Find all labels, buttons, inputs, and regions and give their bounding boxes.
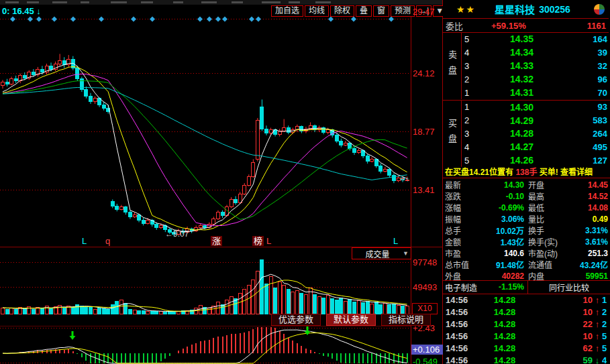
stat-label: 涨幅 [443, 202, 478, 213]
order-price: 14.30 [478, 102, 566, 113]
param-button-0[interactable]: 优选参数 [271, 314, 321, 326]
quote-panel-header: ★★ 星星科技 300256 [443, 0, 610, 18]
buy-order-row: 114.3093 [462, 101, 610, 114]
order-level: 5 [462, 156, 478, 166]
tick-list[interactable]: 14:5614.2810↑114:5614.2810↑214:5614.2822… [443, 294, 610, 364]
stat-value: 43.24亿 [570, 259, 610, 270]
order-price: 14.29 [478, 115, 566, 126]
stat-value: 251.3 [570, 249, 610, 258]
stat-label: 最高 [524, 190, 570, 202]
price-axis-label: 18.77 [413, 127, 435, 137]
chart-bottom-mark: 榜 [254, 236, 262, 246]
chevron-down-icon[interactable]: ▼ [403, 250, 411, 257]
stat-value: 91.48亿 [478, 259, 524, 270]
order-level: 4 [462, 142, 478, 152]
order-price: 14.27 [478, 141, 566, 152]
weibi-label: 委比 [446, 19, 463, 32]
right-axis-column: X10 +2.43 +0.106 -0.549 29.4724.1218.771… [411, 0, 442, 364]
chart-bottom-mark: 涨 [212, 236, 221, 246]
toolbar-button-4[interactable]: 窗 [373, 5, 389, 17]
stat-value: 10.02万 [478, 225, 524, 236]
tick-volume: 10 [531, 331, 593, 341]
weibi-row: 委比 +59.15% 1161 [443, 18, 609, 33]
stat-row: 市盈140.6市盈(动)251.3 [443, 247, 610, 259]
stat-value: 14.52 [570, 192, 610, 201]
tick-time: 14:56 [443, 307, 478, 317]
order-volume: 495 [566, 142, 610, 152]
order-volume: 70 [566, 88, 610, 98]
stat-row: 涨跌-0.10最高14.52 [443, 190, 610, 202]
up-arrow-icon: ↑ [593, 343, 602, 353]
tick-time: 14:56 [443, 343, 478, 353]
ma-quote-label: 0: 16.45 ↓ [2, 6, 41, 16]
tick-row: 14:5614.2810↑1 [443, 294, 610, 306]
stat-row: 总市值91.48亿流通值43.24亿 [443, 259, 610, 270]
price-axis-label: 13.41 [413, 185, 435, 195]
star-icon[interactable]: ★★ [456, 4, 476, 15]
stat-label: 换手 [524, 225, 570, 236]
order-level: 4 [462, 48, 478, 58]
up-arrow-icon: ↑ [593, 331, 602, 341]
sell-order-book: 卖盘 514.35164414.3439314.3332214.3296114.… [443, 32, 610, 99]
macd-dif-value-badge: +0.106 [411, 345, 444, 355]
chart-bottom-mark: L [82, 236, 87, 246]
stat-value: 140.6 [478, 249, 524, 258]
tick-tail: 2 [602, 307, 610, 317]
weibi-value: +59.15% [491, 21, 526, 31]
stat-label: 总市值 [443, 259, 478, 270]
stat-label: 涨跌 [443, 190, 478, 202]
chart-bottom-mark: L [266, 236, 271, 246]
up-arrow-icon: ↑ [593, 319, 602, 329]
macd-axis-bottom: -0.549 [413, 357, 438, 364]
sell-order-row: 114.3170 [462, 86, 610, 99]
buy-side-label: 买盘 [443, 101, 462, 167]
stat-label: 市盈(动) [524, 247, 570, 259]
volume-indicator-selector[interactable]: 成交量 ▼ [352, 247, 411, 259]
tick-volume: 59 [531, 355, 593, 364]
tick-row: 14:5614.2862↑5 [443, 342, 610, 354]
industry-compare-link[interactable]: 同行业比较 [528, 280, 610, 294]
tick-price: 14.28 [478, 307, 531, 317]
order-alert-row: 在买盘14.21位置有 138手 买单! 查看详细 [443, 166, 610, 178]
tick-time: 14:56 [443, 331, 478, 341]
toolbar-button-0[interactable]: 加自选 [271, 5, 303, 17]
toolbar-button-1[interactable]: 均线 [305, 5, 329, 17]
toolbar-button-2[interactable]: 除权 [330, 5, 354, 17]
stat-value: -0.69% [478, 203, 524, 213]
stat-label: 最低 [524, 202, 570, 213]
stat-label: 流通值 [524, 259, 570, 270]
param-button-1[interactable]: 默认参数 [326, 314, 376, 326]
pie-chart-icon[interactable] [594, 4, 605, 15]
tick-price: 14.28 [478, 319, 531, 329]
toolbar-button-3[interactable]: 叠 [356, 5, 372, 17]
param-button-2[interactable]: 指标说明 [381, 314, 431, 326]
stat-row: 总手10.02万换手3.31% [443, 225, 610, 236]
view-detail-link[interactable]: 查看详细 [560, 168, 593, 177]
order-level: 1 [462, 88, 478, 98]
quote-panel: ★★ 星星科技 300256 委比 +59.15% 1161 卖盘 514.35… [443, 0, 610, 364]
kline-chart[interactable]: Lq涨榜LL←9.07+↑ [0, 0, 443, 364]
stat-value: 59951 [570, 271, 610, 281]
tick-row: 14:5614.2810↑2 [443, 306, 610, 318]
order-volume: 583 [566, 115, 610, 125]
sector-change: -1.15% [499, 282, 527, 292]
chart-bottom-mark: L [393, 236, 398, 246]
order-level: 1 [462, 102, 478, 112]
stat-label: 量比 [524, 213, 570, 225]
stat-label: 最新 [443, 179, 478, 190]
buy-order-book: 买盘 114.3093214.29583314.28264414.2749551… [443, 100, 610, 167]
last-candle-mark: + [401, 175, 405, 182]
stat-value: 0.49 [570, 215, 610, 224]
tick-time: 14:56 [443, 295, 478, 305]
down-arrow-icon: ↓ [593, 355, 602, 364]
stat-label: 振幅 [443, 213, 478, 225]
tick-tail: 2 [602, 319, 610, 329]
stat-label: 换手(实) [524, 236, 570, 247]
order-price: 14.26 [478, 155, 566, 166]
order-level: 2 [462, 115, 478, 125]
stat-value: 3.31% [570, 226, 610, 235]
tick-tail: 5 [602, 343, 610, 353]
sell-order-row: 214.3296 [462, 72, 610, 86]
order-volume: 264 [566, 129, 610, 139]
tick-row: 14:5614.2822↑2 [443, 318, 610, 330]
